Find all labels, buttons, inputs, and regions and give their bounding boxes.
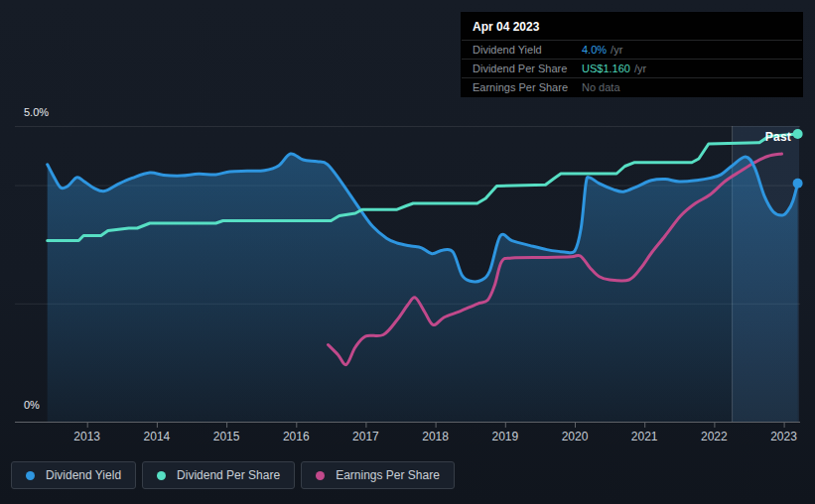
tooltip-date: Apr 04 2023 [462, 13, 802, 40]
x-axis-label: 2013 [66, 430, 109, 443]
legend-item-earnings-per-share[interactable]: Earnings Per Share [301, 461, 455, 489]
dividend-per-share-dot-icon [157, 471, 166, 480]
dividend-yield-area-fill [48, 154, 798, 422]
tooltip-row-earnings-per-share: Earnings Per Share No data [462, 77, 802, 96]
dividend-history-chart: 5.0% 0% 20132014201520162017201820192020… [0, 0, 815, 504]
x-axis-label: 2019 [483, 430, 527, 443]
legend-label: Dividend Per Share [177, 468, 280, 482]
tooltip-row-suffix: /yr [634, 63, 646, 74]
tooltip-row-suffix: /yr [611, 44, 622, 56]
x-axis-label: 2021 [622, 430, 666, 443]
y-axis-label-bottom: 0% [24, 399, 40, 412]
x-axis-label: 2020 [553, 430, 597, 443]
x-axis-label: 2015 [204, 430, 248, 443]
x-axis-label: 2023 [762, 430, 806, 443]
x-axis-label: 2022 [692, 430, 736, 443]
legend-item-dividend-yield[interactable]: Dividend Yield [11, 461, 136, 489]
tooltip-row-dividend-yield: Dividend Yield 4.0% /yr [462, 40, 802, 59]
dividend-per-share-end-dot [793, 129, 803, 139]
tooltip-row-value: 4.0% [582, 44, 607, 56]
legend-item-dividend-per-share[interactable]: Dividend Per Share [142, 461, 295, 489]
x-axis-label: 2016 [274, 430, 318, 443]
tooltip-row-dividend-per-share: Dividend Per Share US$1.160 /yr [462, 59, 802, 77]
tooltip-row-label: Dividend Yield [473, 44, 582, 56]
legend-label: Earnings Per Share [336, 468, 440, 482]
x-axis-label: 2018 [414, 430, 458, 443]
dividend-yield-end-dot [793, 179, 803, 189]
dividend-yield-dot-icon [26, 471, 35, 480]
x-axis-label: 2017 [343, 430, 387, 443]
chart-legend: Dividend Yield Dividend Per Share Earnin… [11, 461, 455, 489]
legend-label: Dividend Yield [46, 468, 121, 482]
tooltip-row-value: No data [582, 81, 620, 93]
past-label: Past [752, 130, 791, 144]
y-axis-label-top: 5.0% [24, 106, 49, 119]
tooltip-row-label: Dividend Per Share [473, 63, 582, 74]
chart-tooltip: Apr 04 2023 Dividend Yield 4.0% /yr Divi… [462, 13, 802, 96]
earnings-per-share-dot-icon [316, 471, 325, 480]
tooltip-row-label: Earnings Per Share [473, 81, 582, 93]
x-axis-label: 2014 [135, 430, 179, 443]
tooltip-row-value: US$1.160 [582, 63, 630, 74]
